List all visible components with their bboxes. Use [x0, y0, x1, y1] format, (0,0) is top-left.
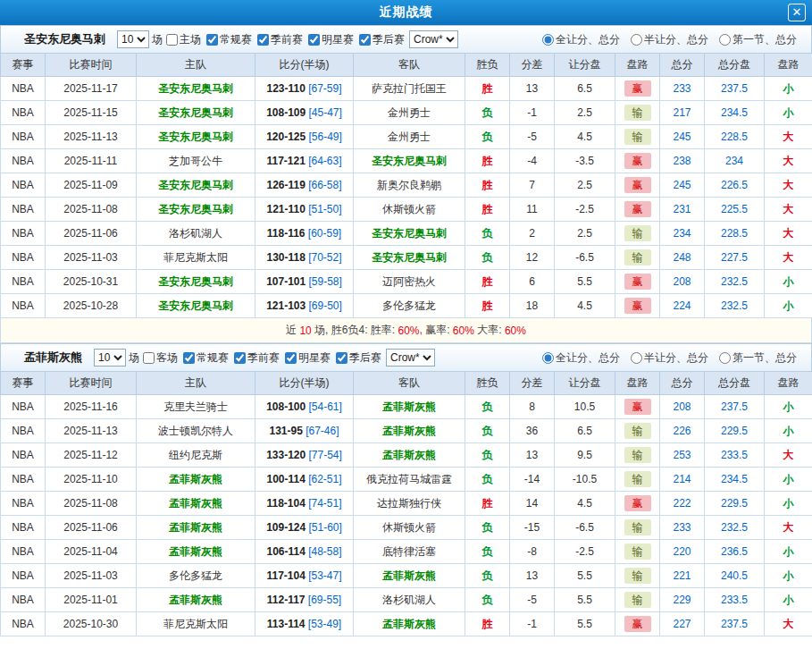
filter-checkbox[interactable]	[285, 352, 297, 364]
filter-checkbox-label[interactable]: 季后赛	[356, 32, 405, 47]
filter-checkbox[interactable]	[257, 34, 269, 46]
column-header: 总分盘	[705, 54, 765, 77]
filter-checkbox-label[interactable]: 季后赛	[332, 350, 381, 366]
column-header: 盘路	[615, 372, 660, 395]
table-row: NBA2025-11-03多伦多猛龙117-104 [53-47]孟菲斯灰熊负1…	[1, 564, 812, 588]
table-row: NBA2025-11-04孟菲斯灰熊106-114 [48-58]底特律活塞负-…	[1, 540, 812, 564]
line-type-radio-label[interactable]: 第一节、总分	[716, 350, 797, 366]
halftime-score-text: [54-61]	[309, 400, 342, 413]
filter-checkbox-label[interactable]: 客场	[139, 350, 178, 366]
date-cell: 2025-11-06	[46, 516, 137, 540]
handicap-result-chip: 输	[624, 544, 651, 560]
team-section: 孟菲斯灰熊10场客场常规赛季前赛明星赛季后赛Crow*全让分、总分半让分、总分第…	[0, 343, 812, 636]
bookmaker-select[interactable]: Crow*	[409, 30, 458, 48]
line-type-radio[interactable]	[719, 352, 731, 364]
games-count-select[interactable]: 10	[117, 30, 149, 48]
over-under-cell: 大	[765, 149, 812, 173]
score-text: 123-110	[266, 82, 305, 95]
point-diff-cell: 6	[510, 270, 555, 294]
line-type-radio[interactable]	[542, 352, 554, 364]
score-text: 121-110	[266, 203, 305, 215]
win-loss-cell: 负	[465, 222, 510, 246]
total-points-cell: 222	[660, 492, 705, 516]
league-cell: NBA	[1, 492, 46, 516]
over-under-cell: 小	[765, 77, 812, 101]
filter-checkbox-label[interactable]: 明星赛	[281, 350, 331, 366]
games-count-select[interactable]: 10	[94, 349, 126, 367]
dialog-title: 近期战绩	[0, 4, 812, 21]
over-under-cell: 大	[765, 173, 812, 198]
date-cell: 2025-11-10	[46, 468, 137, 492]
handicap-result-cell: 输	[615, 222, 660, 246]
summary-text-segment: 60%	[505, 324, 526, 337]
filter-checkbox[interactable]	[166, 34, 178, 46]
score-cell: 106-114 [48-58]	[255, 540, 354, 564]
over-under-cell: 大	[765, 516, 812, 540]
filter-checkbox[interactable]	[359, 34, 371, 46]
filter-checkbox[interactable]	[206, 34, 218, 46]
filter-checkbox-label[interactable]: 季前赛	[230, 350, 280, 366]
line-type-radio-label[interactable]: 第一节、总分	[716, 32, 797, 47]
win-loss-cell: 胜	[465, 198, 510, 222]
column-header: 盘路	[615, 54, 660, 77]
handicap-result-chip: 输	[624, 225, 651, 241]
win-loss-cell: 胜	[465, 173, 510, 198]
away-team-cell: 金州勇士	[354, 125, 465, 149]
score-text: 133-120	[266, 449, 306, 461]
filter-checkbox[interactable]	[336, 352, 347, 364]
filter-checkbox[interactable]	[234, 352, 246, 364]
filter-checkbox[interactable]	[183, 352, 195, 364]
win-loss-cell: 负	[465, 246, 510, 270]
score-text: 107-101	[266, 275, 306, 288]
column-header: 盘路	[765, 372, 812, 395]
filter-checkbox[interactable]	[308, 34, 320, 46]
score-text: 130-118	[266, 251, 305, 264]
total-line-cell: 233.5	[705, 588, 765, 612]
score-cell: 123-110 [67-59]	[255, 77, 354, 101]
table-row: NBA2025-11-11芝加哥公牛117-121 [64-63]圣安东尼奥马刺…	[1, 149, 812, 173]
date-cell: 2025-11-06	[46, 222, 137, 246]
filter-checkbox-label[interactable]: 主场	[163, 32, 201, 47]
column-header: 比分(半场)	[255, 372, 354, 395]
handicap-result-cell: 输	[615, 419, 660, 443]
line-type-radio[interactable]	[719, 34, 731, 46]
filter-checkbox-label[interactable]: 季前赛	[254, 32, 303, 47]
halftime-score-text: [53-49]	[308, 618, 341, 630]
handicap-result-chip: 输	[624, 519, 651, 535]
handicap-line-cell: 4.5	[555, 125, 615, 149]
handicap-line-cell: 5.5	[555, 588, 615, 612]
date-cell: 2025-11-17	[46, 77, 137, 101]
score-text: 131-95	[269, 425, 302, 437]
bookmaker-select[interactable]: Crow*	[386, 349, 435, 367]
filter-checkbox-label[interactable]: 常规赛	[203, 32, 252, 47]
filter-checkbox-label[interactable]: 常规赛	[180, 350, 229, 366]
halftime-score-text: [69-55]	[308, 594, 341, 606]
titlebar: 近期战绩 ✕	[0, 0, 812, 25]
team-name: 孟菲斯灰熊	[24, 350, 82, 366]
line-type-radio-label[interactable]: 全让分、总分	[539, 32, 620, 47]
home-team-cell: 圣安东尼奥马刺	[137, 270, 255, 294]
home-team-cell: 圣安东尼奥马刺	[137, 101, 255, 125]
line-type-radio[interactable]	[631, 34, 642, 46]
home-team-cell: 孟菲斯灰熊	[137, 540, 255, 564]
line-type-radio-label[interactable]: 全让分、总分	[539, 350, 620, 366]
score-text: 121-103	[266, 299, 306, 312]
column-header: 让分盘	[555, 54, 615, 77]
away-team-cell: 达拉斯独行侠	[354, 492, 465, 516]
line-type-radio-label[interactable]: 半让分、总分	[627, 350, 708, 366]
win-loss-cell: 负	[465, 540, 510, 564]
score-text: 108-109	[266, 106, 306, 119]
line-type-radio-label[interactable]: 半让分、总分	[627, 32, 708, 47]
line-type-radio[interactable]	[542, 34, 554, 46]
score-text: 108-100	[266, 400, 306, 413]
score-cell: 112-117 [69-55]	[255, 588, 354, 612]
filter-checkbox[interactable]	[143, 352, 155, 364]
score-text: 113-114	[267, 618, 306, 630]
handicap-line-cell: 6.5	[555, 77, 615, 101]
total-points-cell: 238	[660, 149, 705, 173]
close-icon[interactable]: ✕	[788, 4, 806, 21]
filter-checkbox-label[interactable]: 明星赛	[305, 32, 354, 47]
date-cell: 2025-10-30	[46, 612, 137, 636]
total-line-cell: 234.5	[705, 468, 765, 492]
line-type-radio[interactable]	[631, 352, 642, 364]
